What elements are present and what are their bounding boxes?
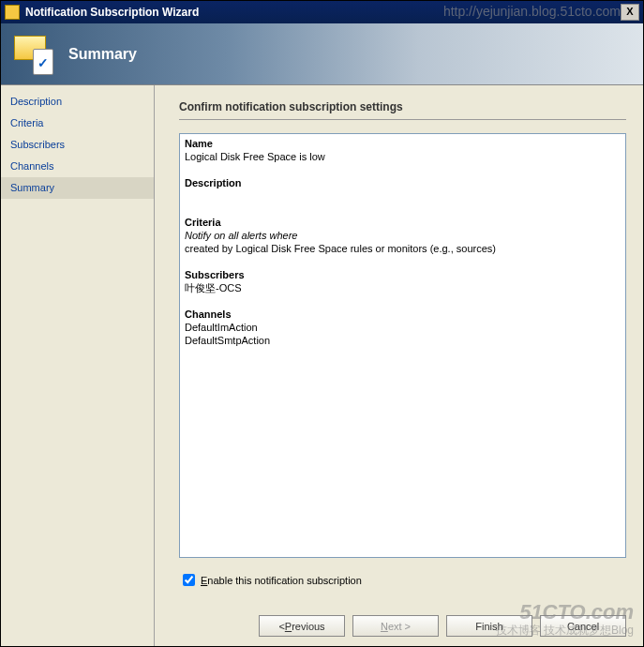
nav-subscribers[interactable]: Subscribers xyxy=(1,134,154,156)
close-button[interactable]: X xyxy=(621,4,639,21)
nav-criteria[interactable]: Criteria xyxy=(1,113,154,134)
main-panel: Confirm notification subscription settin… xyxy=(155,85,643,646)
step-title: Summary xyxy=(68,46,137,63)
window-title: Notification Subscription Wizard xyxy=(25,6,621,19)
criteria-value: created by Logical Disk Free Space rules… xyxy=(185,243,496,254)
summary-textbox[interactable]: Name Logical Disk Free Space is low Desc… xyxy=(179,133,626,558)
criteria-heading: Criteria xyxy=(185,217,221,228)
channels-value-1: DefaultImAction xyxy=(185,322,258,333)
description-heading: Description xyxy=(185,177,242,188)
channels-value-2: DefaultSmtpAction xyxy=(185,335,270,346)
wizard-body: Description Criteria Subscribers Channel… xyxy=(1,85,643,646)
subscribers-heading: Subscribers xyxy=(185,269,245,280)
wizard-header: Summary xyxy=(1,23,643,85)
nav-channels[interactable]: Channels xyxy=(1,156,154,177)
subscribers-value: 叶俊坚-OCS xyxy=(185,282,242,293)
confirm-heading: Confirm notification subscription settin… xyxy=(179,100,626,120)
previous-button[interactable]: < Previous xyxy=(259,615,345,637)
criteria-intro: Notify on all alerts where xyxy=(185,230,297,241)
channels-heading: Channels xyxy=(185,308,232,320)
nav-description[interactable]: Description xyxy=(1,91,154,113)
enable-row: Enable this notification subscription xyxy=(179,571,626,589)
enable-label[interactable]: Enable this notification subscription xyxy=(201,575,362,586)
name-heading: Name xyxy=(185,138,213,149)
next-button: Next > xyxy=(352,615,439,637)
name-value: Logical Disk Free Space is low xyxy=(185,151,325,162)
titlebar: Notification Subscription Wizard X xyxy=(1,1,643,23)
envelope-icon xyxy=(14,34,53,75)
finish-button[interactable]: Finish xyxy=(446,615,532,637)
app-icon xyxy=(5,5,20,20)
cancel-button[interactable]: Cancel xyxy=(540,615,626,637)
button-row: < Previous Next > Finish Cancel xyxy=(179,608,626,637)
nav-sidebar: Description Criteria Subscribers Channel… xyxy=(1,85,155,646)
enable-checkbox[interactable] xyxy=(183,574,195,586)
nav-summary[interactable]: Summary xyxy=(1,177,154,199)
